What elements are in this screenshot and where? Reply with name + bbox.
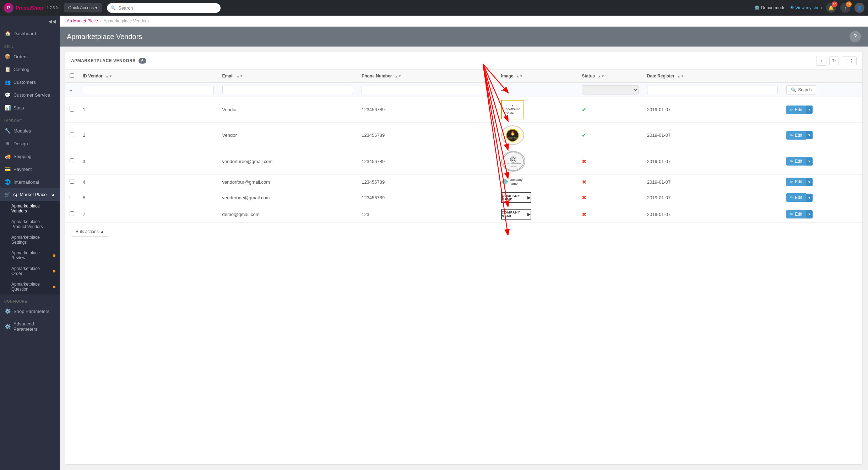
- stats-icon: 📊: [4, 105, 11, 110]
- columns-button[interactable]: ⋮⋮: [842, 56, 857, 65]
- sidebar-item-ap-market-place[interactable]: 🛒 Ap Market Place ▲: [0, 188, 60, 201]
- shipping-icon: 🚚: [4, 153, 11, 159]
- row2-email: Vendor: [218, 123, 358, 148]
- row1-status: ✔: [577, 97, 642, 123]
- logo-version: 1.7.5.0: [47, 6, 58, 10]
- row1-edit-button[interactable]: ✏ Edit: [786, 106, 806, 114]
- row4-edit-dropdown[interactable]: ▾: [806, 178, 813, 186]
- view-shop-link[interactable]: 👁 View my shop: [790, 5, 822, 10]
- select-all-checkbox[interactable]: [70, 73, 74, 78]
- sidebar-item-advanced-parameters[interactable]: ⚙️ Advanced Parameters: [0, 318, 60, 335]
- filter-id-input[interactable]: [83, 86, 214, 94]
- search-icon-small: 🔍: [791, 87, 796, 92]
- row5-edit-button[interactable]: ✏ Edit: [786, 193, 806, 202]
- edit-icon: ✏: [790, 159, 793, 164]
- table-row: 3 vendorthree@gmail.com 123456789 🎧 Comp…: [65, 148, 862, 175]
- sidebar-item-shipping[interactable]: 🚚 Shipping: [0, 150, 60, 163]
- date-sort-icon[interactable]: ▲▼: [677, 74, 684, 78]
- search-input[interactable]: [107, 3, 221, 13]
- filter-email-input[interactable]: [222, 86, 353, 94]
- header-id-vendor: ID Vendor ▲▼: [78, 70, 218, 83]
- row5-status-icon: ✖: [582, 195, 586, 201]
- breadcrumb-current: Apmarketplace Vendors: [103, 18, 148, 23]
- sidebar-sub-item-apmarketplace-product-vendors[interactable]: Apmarketplace Product Vendors: [0, 216, 60, 232]
- refresh-button[interactable]: ↻: [829, 56, 839, 65]
- sidebar-item-shop-parameters[interactable]: ⚙️ Shop Parameters: [0, 305, 60, 318]
- quick-access-button[interactable]: Quick Access ▾: [64, 3, 102, 12]
- sidebar-item-orders[interactable]: 📦 Orders: [0, 50, 60, 63]
- edit-icon: ✏: [790, 179, 793, 184]
- svg-marker-8: [501, 179, 508, 185]
- sidebar-item-dashboard[interactable]: 🏠 Dashboard: [0, 27, 60, 40]
- row4-checkbox[interactable]: [70, 179, 74, 184]
- row2-phone: 123456789: [357, 123, 497, 148]
- row4-image: companyname: [497, 175, 578, 189]
- row1-edit-dropdown[interactable]: ▾: [806, 106, 813, 114]
- sidebar-item-international[interactable]: 🌐 International: [0, 175, 60, 188]
- row4-id: 4: [78, 175, 218, 189]
- row2-edit-dropdown[interactable]: ▾: [806, 131, 813, 139]
- row3-edit-dropdown[interactable]: ▾: [806, 157, 813, 166]
- row7-checkbox-cell: [65, 206, 78, 223]
- row3-logo: 🎧 Company Name 👓 👓: [501, 151, 525, 172]
- table-body: 1 Vendor 123456789 ✗ COMPANYNAME ✔ 2: [65, 97, 862, 223]
- row1-image: ✗ COMPANYNAME: [497, 97, 578, 123]
- row1-logo: ✗ COMPANYNAME: [501, 100, 524, 119]
- status-sort-icon[interactable]: ▲▼: [597, 74, 604, 78]
- breadcrumb-parent-link[interactable]: Ap Market Place: [67, 18, 98, 23]
- row4-edit-button[interactable]: ✏ Edit: [786, 178, 806, 186]
- sidebar-item-payment[interactable]: 💳 Payment: [0, 163, 60, 175]
- row1-checkbox[interactable]: [70, 107, 74, 112]
- id-vendor-sort-icon[interactable]: ▲▼: [105, 74, 112, 78]
- add-vendor-button[interactable]: ＋: [816, 56, 826, 66]
- filter-phone-input[interactable]: [362, 86, 493, 94]
- phone-sort-icon[interactable]: ▲▼: [395, 74, 402, 78]
- sidebar-sub-item-apmarketplace-settings[interactable]: Apmarketplace Settings: [0, 232, 60, 248]
- row7-edit-button[interactable]: ✏ Edit: [786, 210, 806, 218]
- search-icon: 🔍: [110, 5, 116, 10]
- row2-edit-button[interactable]: ✏ Edit: [786, 131, 806, 140]
- row5-checkbox[interactable]: [70, 195, 74, 199]
- row7-checkbox[interactable]: [70, 211, 74, 216]
- notifications-button[interactable]: 🔔 13: [826, 3, 836, 13]
- sidebar-item-customers[interactable]: 👥 Customers: [0, 76, 60, 88]
- edit-icon: ✏: [790, 133, 793, 138]
- email-sort-icon[interactable]: ▲▼: [236, 74, 243, 78]
- updates-button[interactable]: ↑ 16: [840, 3, 850, 13]
- row4-actions: ✏ Edit ▾: [782, 175, 862, 189]
- row3-checkbox[interactable]: [70, 158, 74, 163]
- table-count-badge: 6: [139, 58, 146, 64]
- row7-edit-dropdown[interactable]: ▾: [806, 210, 813, 218]
- sidebar-item-customer-service[interactable]: 💬 Customer Service: [0, 88, 60, 101]
- row3-checkbox-cell: [65, 148, 78, 175]
- sidebar-sub-item-apmarketplace-vendors[interactable]: Apmarketplace Vendors: [0, 201, 60, 216]
- sidebar-item-modules[interactable]: 🔧 Modules: [0, 124, 60, 137]
- bulk-actions-button[interactable]: Bulk actions ▲: [71, 227, 109, 237]
- row4-email: vendorfour@gmail.com: [218, 175, 358, 189]
- bulk-actions-arrow-icon: ▲: [100, 229, 104, 234]
- row2-checkbox[interactable]: [70, 133, 74, 137]
- collapse-sidebar-button[interactable]: ◀◀: [48, 18, 56, 24]
- sidebar-sub-item-apmarketplace-order[interactable]: Apmarketplace Order: [0, 263, 60, 279]
- filter-search-button[interactable]: 🔍 Search: [786, 85, 816, 94]
- customer-service-icon: 💬: [4, 92, 11, 98]
- sidebar-sub-item-apmarketplace-review[interactable]: Apmarketplace Review: [0, 248, 60, 263]
- avatar[interactable]: 👤: [855, 3, 864, 13]
- sidebar-sub-item-apmarketplace-question[interactable]: Apmarketplace Question: [0, 279, 60, 295]
- table-header-row: ID Vendor ▲▼ Email ▲▼ Phone Number ▲▼: [65, 70, 862, 83]
- modules-icon: 🔧: [4, 128, 11, 134]
- sidebar-item-catalog[interactable]: 📋 Catalog: [0, 63, 60, 76]
- row5-date: 2019-01-07: [643, 189, 782, 206]
- sidebar-item-stats[interactable]: 📊 Stats: [0, 101, 60, 114]
- review-badge: [53, 254, 55, 257]
- image-sort-icon[interactable]: ▲▼: [516, 74, 523, 78]
- table-row: 1 Vendor 123456789 ✗ COMPANYNAME ✔ 2: [65, 97, 862, 123]
- filter-status-select[interactable]: - Yes No: [582, 85, 638, 94]
- row3-edit-button[interactable]: ✏ Edit: [786, 157, 806, 166]
- help-button[interactable]: ?: [850, 31, 861, 42]
- filter-date-input[interactable]: [647, 86, 778, 94]
- row5-phone: 123456789: [357, 189, 497, 206]
- row5-edit-dropdown[interactable]: ▾: [806, 194, 813, 202]
- sidebar-item-design[interactable]: 🖥 Design: [0, 137, 60, 150]
- page-title-bar: Apmarketplace Vendors ?: [60, 27, 868, 47]
